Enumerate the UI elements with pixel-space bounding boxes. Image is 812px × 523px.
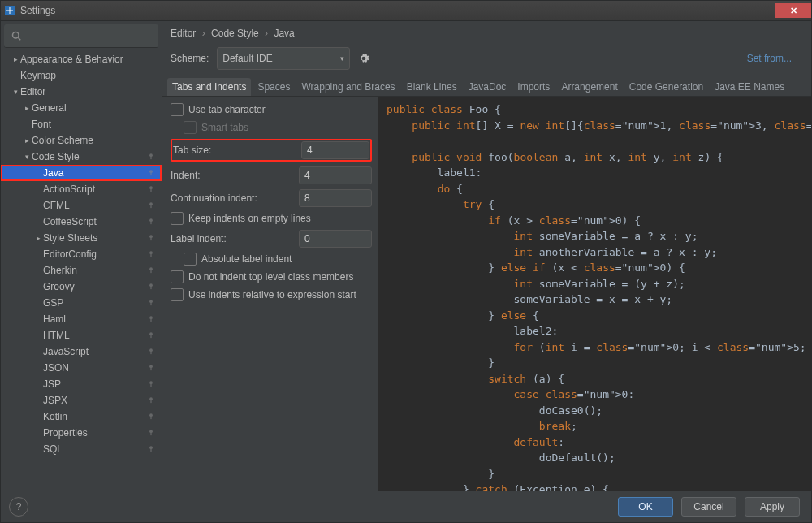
search-input[interactable] — [25, 29, 152, 42]
tree-arrow-icon: ▾ — [22, 153, 32, 161]
tree-item-label: JavaScript — [43, 346, 147, 357]
tab-blank-lines[interactable]: Blank Lines — [402, 78, 462, 96]
svg-rect-28 — [150, 351, 151, 354]
tab-spaces[interactable]: Spaces — [253, 78, 295, 96]
tree-item-label: EditorConfig — [43, 249, 147, 260]
tree-item-label: CFML — [43, 200, 147, 211]
tab-javadoc[interactable]: JavaDoc — [464, 78, 512, 96]
cont-indent-input[interactable]: 8 — [299, 189, 372, 207]
tree-arrow-icon: ▸ — [22, 136, 32, 145]
no-top-level-checkbox[interactable]: Do not indent top level class members — [171, 270, 372, 283]
search-icon — [11, 30, 22, 41]
tab-size-input[interactable]: 4 — [301, 141, 369, 159]
tree-item-label: HTML — [43, 330, 147, 341]
tree-item-style-sheets[interactable]: ▸Style Sheets — [1, 230, 162, 246]
tree-item-kotlin[interactable]: Kotlin — [1, 408, 162, 425]
sidebar: ▸Appearance & BehaviorKeymap▾Editor▸Gene… — [1, 21, 162, 491]
svg-line-2 — [18, 37, 20, 40]
tab-arrangement[interactable]: Arrangement — [556, 78, 622, 96]
keep-empty-label: Keep indents on empty lines — [188, 213, 311, 224]
svg-point-1 — [13, 32, 19, 39]
preview-code: public class Foo { public int[] X = new … — [387, 102, 803, 491]
cancel-button[interactable]: Cancel — [681, 497, 736, 517]
label-indent-input[interactable]: 0 — [299, 230, 372, 248]
tree-item-haml[interactable]: Haml — [1, 311, 162, 327]
tree-item-gherkin[interactable]: Gherkin — [1, 262, 162, 279]
crumb-codestyle[interactable]: Code Style — [211, 28, 259, 39]
pin-icon — [147, 412, 157, 421]
checkbox-icon — [171, 212, 184, 225]
pin-icon — [147, 363, 157, 373]
use-tab-char-checkbox[interactable]: Use tab character — [171, 103, 372, 116]
tab-imports[interactable]: Imports — [512, 78, 555, 96]
tree-item-java[interactable]: Java — [1, 165, 162, 181]
set-from-link[interactable]: Set from... — [747, 53, 803, 64]
tree-item-javascript[interactable]: JavaScript — [1, 344, 162, 360]
scheme-row: Scheme: Default IDE ▾ Set from... — [162, 42, 811, 78]
scheme-label: Scheme: — [171, 53, 209, 64]
tab-code-generation[interactable]: Code Generation — [624, 78, 708, 96]
tab-wrapping-and-braces[interactable]: Wrapping and Braces — [296, 78, 400, 96]
checkbox-icon — [171, 288, 184, 301]
window-close-button[interactable]: ✕ — [775, 3, 811, 18]
apply-button[interactable]: Apply — [745, 497, 800, 517]
tree-item-properties[interactable]: Properties — [1, 425, 162, 441]
tree-item-code-style[interactable]: ▾Code Style — [1, 149, 162, 165]
tree-item-color-scheme[interactable]: ▸Color Scheme — [1, 132, 162, 149]
tree-item-html[interactable]: HTML — [1, 327, 162, 344]
tree-arrow-icon: ▸ — [22, 104, 32, 112]
tree-item-cfml[interactable]: CFML — [1, 197, 162, 214]
tree-item-groovy[interactable]: Groovy — [1, 279, 162, 295]
ok-button[interactable]: OK — [618, 497, 673, 517]
titlebar: Settings ✕ — [1, 1, 811, 21]
tab-tabs-and-indents[interactable]: Tabs and Indents — [167, 78, 251, 96]
tree-item-sql[interactable]: SQL — [1, 441, 162, 457]
indent-input[interactable]: 4 — [299, 166, 372, 184]
cont-indent-label: Continuation indent: — [171, 192, 292, 204]
no-top-level-label: Do not indent top level class members — [188, 271, 353, 283]
tree-item-appearance-behavior[interactable]: ▸Appearance & Behavior — [1, 51, 162, 67]
tree-item-font[interactable]: Font — [1, 116, 162, 132]
tree-item-label: Properties — [43, 427, 147, 439]
tree-item-label: ActionScript — [43, 184, 147, 195]
tree-item-actionscript[interactable]: ActionScript — [1, 181, 162, 197]
absolute-label-checkbox[interactable]: Absolute label indent — [171, 253, 372, 266]
tree-item-editor[interactable]: ▾Editor — [1, 84, 162, 100]
crumb-editor[interactable]: Editor — [171, 28, 196, 39]
tree-item-keymap[interactable]: Keymap — [1, 67, 162, 84]
pin-icon — [147, 314, 157, 324]
relative-expr-label: Use indents relative to expression start — [188, 289, 356, 300]
svg-rect-18 — [150, 270, 151, 273]
gear-icon[interactable] — [358, 53, 369, 64]
tree-item-editorconfig[interactable]: EditorConfig — [1, 246, 162, 262]
tree-item-general[interactable]: ▸General — [1, 100, 162, 116]
tree-item-gsp[interactable]: GSP — [1, 295, 162, 311]
pin-icon — [147, 249, 157, 259]
smart-tabs-checkbox: Smart tabs — [171, 121, 372, 134]
keep-empty-checkbox[interactable]: Keep indents on empty lines — [171, 212, 372, 225]
tree-item-label: Appearance & Behavior — [20, 54, 157, 65]
tree-arrow-icon: ▸ — [11, 55, 20, 63]
use-tab-char-label: Use tab character — [188, 104, 266, 115]
search-box[interactable] — [4, 24, 158, 48]
relative-expr-checkbox[interactable]: Use indents relative to expression start — [171, 288, 372, 301]
tree-item-label: Kotlin — [43, 411, 147, 422]
tab-size-label: Tab size: — [173, 145, 295, 156]
tree-item-label: General — [32, 102, 157, 114]
main-panel: Editor › Code Style › Java Scheme: Defau… — [162, 21, 811, 491]
tree-item-jsp[interactable]: JSP — [1, 376, 162, 392]
window-title: Settings — [20, 5, 55, 16]
help-button[interactable]: ? — [9, 497, 28, 517]
checkbox-icon — [171, 103, 184, 116]
chevron-down-icon: ▾ — [340, 54, 344, 63]
svg-rect-32 — [150, 383, 151, 387]
settings-window: Settings ✕ ▸Appearance & BehaviorKeymap▾… — [0, 0, 812, 523]
tab-size-highlight: Tab size: 4 — [171, 139, 372, 162]
tree-item-jspx[interactable]: JSPX — [1, 392, 162, 408]
tree-item-label: Code Style — [32, 151, 147, 162]
tree-item-json[interactable]: JSON — [1, 360, 162, 376]
tab-java-ee-names[interactable]: Java EE Names — [710, 78, 789, 96]
scheme-dropdown[interactable]: Default IDE ▾ — [217, 47, 350, 70]
tree-item-label: JSP — [43, 378, 147, 390]
tree-item-coffeescript[interactable]: CoffeeScript — [1, 214, 162, 230]
